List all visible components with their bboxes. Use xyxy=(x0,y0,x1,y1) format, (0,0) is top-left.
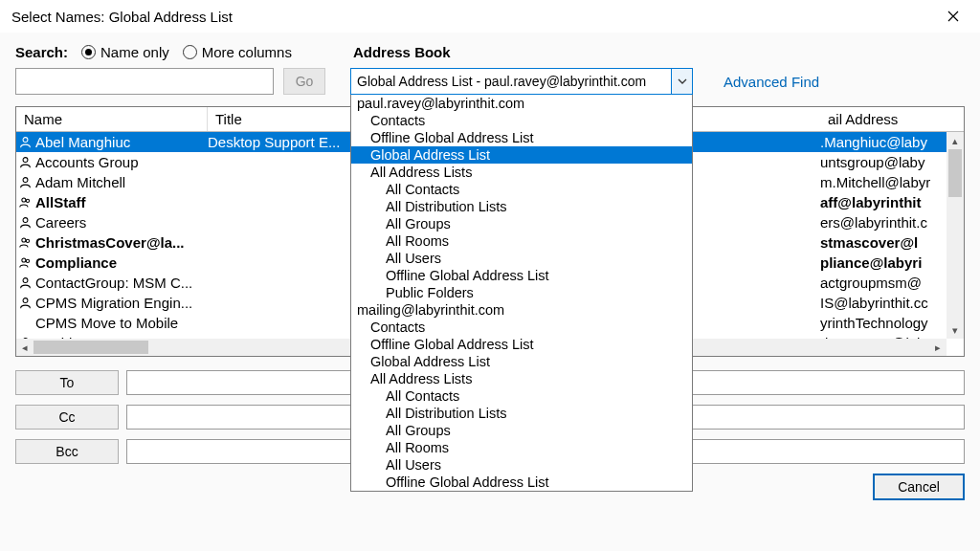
row-name: Compliance xyxy=(33,254,208,271)
dropdown-item[interactable]: All Users xyxy=(351,250,692,267)
radio-more-columns-label: More columns xyxy=(202,44,292,60)
row-name: CPMS Migration Engin... xyxy=(33,295,208,311)
dropdown-item[interactable]: Offline Global Address List xyxy=(351,336,692,353)
email-cell[interactable]: untsgroup@laby xyxy=(820,152,964,172)
col-name[interactable]: Name xyxy=(16,107,208,131)
dropdown-item[interactable]: All Address Lists xyxy=(351,370,692,387)
svg-point-8 xyxy=(21,258,25,262)
address-book-value: Global Address List - paul.ravey@labyrin… xyxy=(351,69,671,94)
person-icon xyxy=(16,256,33,269)
advanced-find-link[interactable]: Advanced Find xyxy=(724,74,819,90)
person-icon xyxy=(16,196,33,209)
email-cell[interactable]: pliance@labyri xyxy=(820,253,964,273)
dropdown-item[interactable]: Global Address List xyxy=(351,146,692,164)
radio-name-only-label: Name only xyxy=(100,44,169,60)
row-name: CPMS Move to Mobile xyxy=(33,315,208,331)
person-icon xyxy=(16,176,33,188)
dropdown-item[interactable]: All Rooms xyxy=(351,439,692,456)
email-column: ail Address .Manghiuc@labyuntsgroup@laby… xyxy=(820,107,964,356)
svg-point-6 xyxy=(21,238,25,242)
dropdown-item[interactable]: Contacts xyxy=(351,112,692,129)
row-title: Desktop Support E... xyxy=(208,134,351,150)
dropdown-item[interactable]: Public Folders xyxy=(351,284,692,301)
email-rows: .Manghiuc@labyuntsgroup@labym.Mitchell@l… xyxy=(820,132,964,353)
dropdown-item[interactable]: Contacts xyxy=(351,319,692,336)
col-email[interactable]: ail Address xyxy=(820,107,964,132)
svg-point-11 xyxy=(23,298,28,303)
scroll-up-icon: ▴ xyxy=(947,132,964,149)
address-book-combo[interactable]: Global Address List - paul.ravey@labyrin… xyxy=(350,68,693,95)
search-label: Search: xyxy=(15,44,68,60)
dropdown-item[interactable]: All Distribution Lists xyxy=(351,405,692,422)
row-name: AllStaff xyxy=(33,194,208,210)
svg-point-5 xyxy=(23,218,28,223)
dialog-title: Select Names: Global Address List xyxy=(11,9,934,25)
dropdown-item[interactable]: All Users xyxy=(351,456,692,474)
dropdown-item[interactable]: All Contacts xyxy=(351,181,692,198)
dropdown-item[interactable]: All Distribution Lists xyxy=(351,198,692,215)
vertical-scrollbar[interactable]: ▴ ▾ xyxy=(947,132,964,339)
email-cell[interactable]: m.Mitchell@labyr xyxy=(820,172,964,192)
search-row: Search: Name only More columns Address B… xyxy=(15,44,965,60)
dropdown-item[interactable]: All Groups xyxy=(351,422,692,439)
scroll-left-icon: ◂ xyxy=(16,339,33,356)
row-name: Abel Manghiuc xyxy=(33,134,208,150)
dropdown-item[interactable]: paul.ravey@labyrinthit.com xyxy=(351,95,692,112)
dropdown-item[interactable]: mailing@labyrinthit.com xyxy=(351,301,692,319)
scroll-right-icon: ▸ xyxy=(929,339,947,356)
person-icon xyxy=(16,236,33,249)
email-cell[interactable]: .Manghiuc@laby xyxy=(820,132,964,152)
address-book-dropdown[interactable]: paul.ravey@labyrinthit.comContactsOfflin… xyxy=(350,95,693,492)
scroll-thumb[interactable] xyxy=(948,149,962,197)
dropdown-item[interactable]: Offline Global Address List xyxy=(351,267,692,284)
email-cell[interactable]: stmascover@l xyxy=(820,232,964,253)
dropdown-item[interactable]: All Rooms xyxy=(351,232,692,250)
svg-point-1 xyxy=(23,158,28,163)
dropdown-item[interactable]: All Address Lists xyxy=(351,164,692,181)
hscroll-thumb[interactable] xyxy=(33,341,148,354)
scroll-down-icon: ▾ xyxy=(947,321,964,339)
row-name: Adam Mitchell xyxy=(33,174,208,190)
dropdown-item[interactable]: All Groups xyxy=(351,215,692,232)
person-icon xyxy=(16,156,33,168)
titlebar: Select Names: Global Address List xyxy=(0,0,980,33)
person-icon xyxy=(16,276,33,289)
to-button[interactable]: To xyxy=(15,370,119,395)
search-input[interactable] xyxy=(15,68,274,95)
radio-more-columns[interactable]: More columns xyxy=(183,44,292,60)
svg-point-2 xyxy=(23,178,28,183)
email-cell[interactable]: actgroupmsm@ xyxy=(820,273,964,293)
svg-point-10 xyxy=(23,278,28,283)
dropdown-item[interactable]: All Contacts xyxy=(351,387,692,405)
person-icon xyxy=(16,216,33,229)
close-button[interactable] xyxy=(934,2,972,31)
email-cell[interactable]: aff@labyrinthit xyxy=(820,192,964,212)
row-name: Accounts Group xyxy=(33,154,208,170)
svg-point-9 xyxy=(26,259,29,262)
svg-point-3 xyxy=(21,198,25,202)
input-row: Go Global Address List - paul.ravey@laby… xyxy=(15,68,965,95)
dropdown-item[interactable]: Offline Global Address List xyxy=(351,474,692,491)
radio-dot-checked-icon xyxy=(81,45,96,59)
col-title[interactable]: Title xyxy=(208,107,351,131)
svg-point-0 xyxy=(23,138,28,143)
select-names-dialog: Select Names: Global Address List Search… xyxy=(0,0,980,551)
email-cell[interactable]: ers@labyrinthit.c xyxy=(820,212,964,232)
svg-point-4 xyxy=(26,199,29,202)
cc-button[interactable]: Cc xyxy=(15,405,119,430)
row-name: ChristmasCover@la... xyxy=(33,234,208,251)
email-cell[interactable]: IS@labyrinthit.cc xyxy=(820,293,964,313)
person-icon xyxy=(16,136,33,148)
dialog-content: Search: Name only More columns Address B… xyxy=(0,33,980,464)
radio-name-only[interactable]: Name only xyxy=(81,44,169,60)
address-book-combo-wrap: Global Address List - paul.ravey@labyrin… xyxy=(350,68,693,95)
bcc-button[interactable]: Bcc xyxy=(15,439,119,464)
dropdown-item[interactable]: Offline Global Address List xyxy=(351,129,692,146)
svg-point-7 xyxy=(26,239,29,242)
row-name: ContactGroup: MSM C... xyxy=(33,275,208,291)
go-button[interactable]: Go xyxy=(283,68,325,95)
email-cell[interactable]: yrinthTechnology xyxy=(820,313,964,333)
cancel-button[interactable]: Cancel xyxy=(873,474,965,500)
row-name: Careers xyxy=(33,214,208,231)
dropdown-item[interactable]: Global Address List xyxy=(351,353,692,370)
